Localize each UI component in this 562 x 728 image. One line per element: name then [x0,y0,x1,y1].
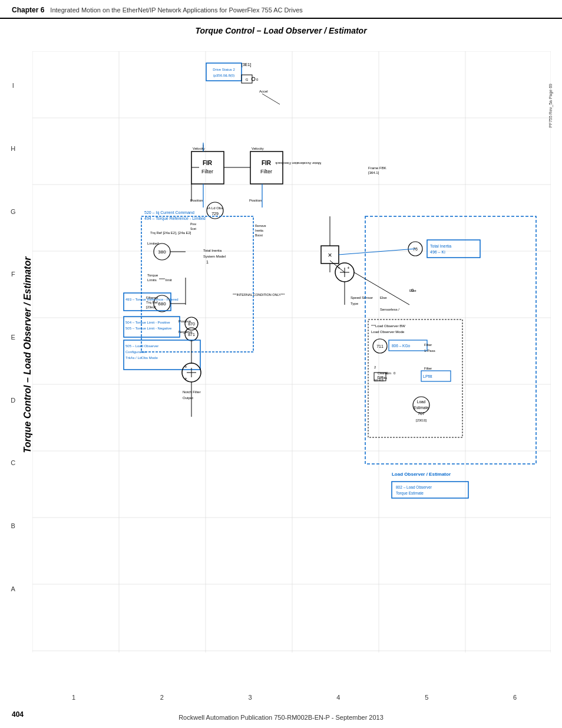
svg-text:0: 0 [256,78,259,81]
svg-text:711: 711 [376,344,384,348]
svg-text:806 – KGo: 806 – KGo [392,344,410,348]
svg-text:Inertia: Inertia [255,229,263,232]
svg-text:Filter: Filter [260,169,272,174]
svg-text:Speed Sensor: Speed Sensor [351,296,373,299]
svg-text:Remove: Remove [255,224,266,228]
col-label-4: 4 [297,694,379,701]
page-header: Chapter 6 Integrated Motion on the Ether… [0,0,562,19]
svg-text:System Model: System Model [203,255,226,258]
col-labels: 1 2 3 4 5 6 [32,694,556,701]
row-label-i: I [11,54,16,117]
svg-text:505 – Load Observer: 505 – Load Observer [125,344,158,348]
chapter-label: Chapter 6 [12,6,44,14]
row-label-e: E [11,306,16,369]
svg-text:Torque: Torque [147,274,158,277]
svg-text:802 – Load Observer: 802 – Load Observer [396,485,432,489]
svg-text:Type: Type [351,302,359,305]
col-label-2: 2 [121,694,203,701]
row-label-f: F [11,243,16,306]
svg-text:Torque Estimate: Torque Estimate [396,491,424,496]
svg-text:Frame FBK: Frame FBK [368,166,386,170]
svg-text:Else: Else [409,289,416,292]
row-label-b: B [11,495,16,558]
row-label-g: G [11,180,16,243]
col-label-1: 1 [32,694,115,701]
svg-rect-17 [206,63,242,81]
svg-text:[23G3]: [23G3] [416,419,427,422]
svg-text:+: + [347,265,350,271]
row-label-d: D [11,368,16,431]
svg-text:1-Pass: 1-Pass [424,349,435,353]
svg-text:0: 0 [394,371,396,375]
svg-text:Position: Position [190,199,203,202]
col-label-3: 3 [209,694,292,701]
svg-text:+: + [184,364,187,370]
row-label-h: H [11,117,16,180]
svg-text:504 – Torque Limit - Positive: 504 – Torque Limit - Positive [125,321,170,324]
row-label-a: A [11,557,16,620]
svg-text:Scet: Scet [190,227,197,230]
svg-text:Prev: Prev [190,222,197,226]
svg-text:FIR: FIR [262,160,272,166]
svg-text:Filter: Filter [424,343,432,347]
svg-text:Boost: Boost [255,233,263,237]
diagram-title: Torque Control – Load Observer / Estimat… [0,19,562,40]
svg-rect-93 [427,240,480,258]
svg-line-133 [330,261,345,272]
svg-text:Filter: Filter [424,367,432,370]
footer-center-text: Rockwell Automation Publication 750-RM00… [178,714,384,721]
svg-text:Lo Obs: Lo Obs [378,376,388,380]
svg-text:Drive Status 2: Drive Status 2 [213,68,235,71]
svg-text:Limited: Limited [147,242,158,245]
svg-text:493 – Torque Reference - Filte: 493 – Torque Reference - Filtered [125,298,178,301]
svg-text:Configuration: Configuration [125,350,147,354]
svg-text:***INTERNAL CONDITION ONLY***: ***INTERNAL CONDITION ONLY*** [233,293,285,297]
row-labels: I H G F E D C B A [11,54,16,620]
svg-text:870: 870 [188,322,195,326]
svg-text:729: 729 [211,212,219,216]
svg-text:***Load Observer BW: ***Load Observer BW [371,324,405,328]
svg-line-135 [354,272,409,305]
svg-text:G: G [246,78,249,81]
col-label-5: 5 [385,694,468,701]
svg-text:TrkAs / LdObs Mode: TrkAs / LdObs Mode [125,356,158,360]
header-title: Integrated Motion on the EtherNet/IP Net… [50,6,302,14]
svg-text:871: 871 [188,332,195,337]
svg-text:Position: Position [249,199,262,202]
svg-line-26 [262,94,280,104]
svg-text:496 – Ki: 496 – Ki [430,250,445,254]
svg-text:494 – Torque Reference - Limit: 494 – Torque Reference - Limited [144,216,206,221]
svg-text:Else: Else [380,296,387,299]
svg-text:Sensorless /: Sensorless / [380,308,399,311]
main-content: Torque Control – Load Observer / Estimat… [0,19,562,717]
page-number: 404 [12,710,24,719]
svg-text:707: 707 [418,411,425,416]
svg-text:Cleared: Cleared [378,371,388,375]
svg-text:Load Observer / Estimator: Load Observer / Estimator [392,472,451,477]
svg-text:×: × [328,251,332,259]
svg-text:Velocity: Velocity [252,147,264,150]
svg-text:Total Inertia: Total Inertia [203,249,222,252]
svg-text:680: 680 [158,301,166,307]
svg-text:(p356.0&.8(0): (p356.0&.8(0) [213,74,235,77]
svg-text:FIR: FIR [203,160,213,166]
svg-text:Motor Acceleration Feedback: Motor Acceleration Feedback [275,162,321,165]
svg-text:Output: Output [183,396,193,400]
svg-text:Trq Ref [24a E2], [24a E2]: Trq Ref [24a E2], [24a E2] [150,231,191,235]
svg-text:505 – Torque Limit - Negative: 505 – Torque Limit - Negative [125,327,172,330]
diagram-svg: Drive Status 2 (p356.0&.8(0) [3E1] G 0 A… [32,51,551,653]
svg-text:limit: limit [166,278,172,282]
svg-text:1: 1 [206,260,209,264]
svg-text:+: + [184,376,187,381]
svg-text:380: 380 [158,249,166,255]
svg-text:Load Observer Mode: Load Observer Mode [371,330,405,334]
svg-text:[3E1]: [3E1] [242,62,251,67]
svg-rect-32 [250,151,283,184]
svg-text:Accel: Accel [259,90,268,93]
page-footer: 404 Rockwell Automation Publication 750-… [0,711,562,723]
svg-text:[364.1]: [364.1] [368,171,379,174]
svg-text:Filter: Filter [201,169,213,174]
svg-text:Estimate: Estimate [414,406,429,410]
svg-rect-126 [392,482,468,498]
svg-text:Total Inertia: Total Inertia [430,244,451,248]
